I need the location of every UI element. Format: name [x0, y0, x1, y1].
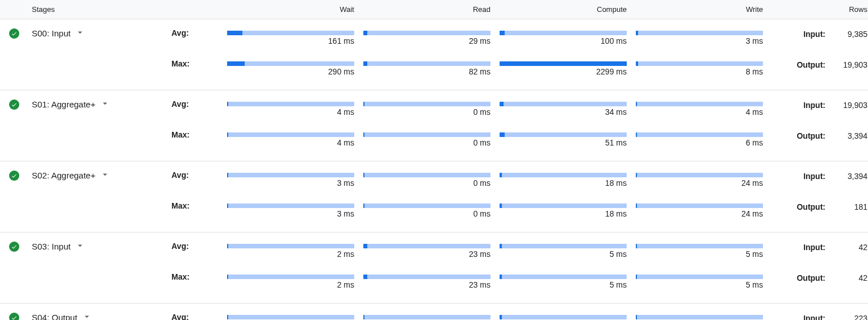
col-rows[interactable]: Rows — [829, 5, 868, 14]
stage-label: S04: Output — [32, 313, 77, 320]
metric-bar: 0 ms — [363, 129, 500, 147]
bar-track — [363, 31, 490, 35]
stage-toggle[interactable]: S00: Input — [28, 27, 170, 39]
output-label: Output: — [772, 271, 829, 282]
metric-bar: 4 ms — [227, 311, 363, 320]
stage-toggle[interactable]: S04: Output — [28, 311, 170, 320]
stage-toggle[interactable]: S02: Aggregate+ — [28, 169, 170, 181]
bar-value: 5 ms — [636, 280, 763, 289]
input-label: Input: — [772, 98, 829, 110]
stage-label: S00: Input — [32, 28, 70, 38]
max-label: Max: — [170, 129, 227, 139]
metric-bar: 5 ms — [500, 271, 636, 289]
col-wait[interactable]: Wait — [227, 5, 363, 14]
bar-value: 0 ms — [363, 107, 490, 117]
bar-track — [363, 244, 490, 248]
bar-track — [636, 173, 763, 177]
col-compute[interactable]: Compute — [500, 5, 636, 14]
bar-value: 51 ms — [500, 138, 627, 147]
metric-bar: 5 ms — [636, 271, 772, 289]
metric-bar: 8 ms — [636, 58, 772, 76]
bar-value: 5 ms — [500, 250, 627, 259]
bar-track — [636, 275, 763, 279]
col-write[interactable]: Write — [636, 5, 772, 14]
stage-label: S03: Input — [32, 242, 70, 251]
input-label: Input: — [772, 311, 829, 320]
stage-row: S00: InputAvg:161 ms29 ms100 ms3 msInput… — [0, 19, 868, 90]
bar-track — [636, 244, 763, 248]
bar-track — [636, 31, 763, 35]
metric-bar: 0 ms — [363, 200, 500, 218]
bar-value: 23 ms — [363, 280, 490, 289]
bar-value: 2 ms — [227, 280, 354, 289]
bar-value: 290 ms — [227, 67, 354, 76]
check-icon — [9, 28, 19, 39]
bar-value: 3 ms — [227, 209, 354, 218]
bar-track — [500, 275, 627, 279]
bar-value: 4 ms — [227, 107, 354, 117]
metric-bar: 290 ms — [227, 58, 363, 76]
col-stages[interactable]: Stages — [28, 5, 170, 14]
bar-track — [363, 132, 490, 137]
metric-bar: 18 ms — [500, 200, 636, 218]
stage-label: S01: Aggregate+ — [32, 99, 95, 109]
bar-track — [500, 102, 627, 106]
input-value: 42 — [829, 240, 868, 252]
metric-bar: 23 ms — [363, 240, 500, 259]
metric-bar: 4 ms — [636, 98, 772, 117]
metric-bar: 51 ms — [500, 129, 636, 147]
output-label: Output: — [772, 200, 829, 211]
metric-bar: 23 ms — [363, 271, 500, 289]
bar-track — [227, 203, 354, 208]
bar-track — [636, 61, 763, 66]
bar-value: 3 ms — [636, 36, 763, 45]
bar-track — [500, 203, 627, 208]
avg-label: Avg: — [170, 27, 227, 38]
metric-bar: 161 ms — [227, 27, 363, 45]
stages-table: Stages Wait Read Compute Write Rows S00:… — [0, 0, 868, 320]
bar-track — [636, 315, 763, 319]
metric-bar: 11 ms — [636, 311, 772, 320]
input-value: 9,385 — [829, 27, 868, 39]
chevron-down-icon — [75, 27, 85, 39]
bar-value: 2 ms — [227, 250, 354, 259]
stage-row: S03: InputAvg:2 ms23 ms5 ms5 msInput:42M… — [0, 232, 868, 304]
bar-value: 29 ms — [363, 36, 490, 45]
table-header: Stages Wait Read Compute Write Rows — [0, 0, 868, 19]
bar-value: 161 ms — [227, 36, 354, 45]
chevron-down-icon — [75, 240, 85, 252]
output-label: Output: — [772, 129, 829, 140]
stage-toggle[interactable]: S03: Input — [28, 240, 170, 252]
bar-value: 24 ms — [636, 209, 763, 218]
bar-track — [227, 31, 354, 35]
bar-track — [227, 173, 354, 177]
bar-track — [363, 315, 490, 319]
bar-value: 34 ms — [500, 107, 627, 117]
metric-bar: 2 ms — [227, 240, 363, 259]
input-label: Input: — [772, 169, 829, 181]
bar-value: 4 ms — [636, 107, 763, 117]
bar-track — [500, 61, 627, 66]
metric-bar: 3 ms — [227, 200, 363, 218]
input-label: Input: — [772, 240, 829, 252]
status-cell — [0, 169, 28, 181]
metric-bar: 20 ms — [500, 311, 636, 320]
avg-label: Avg: — [170, 240, 227, 251]
bar-track — [227, 61, 354, 66]
status-cell — [0, 98, 28, 110]
input-value: 3,394 — [829, 169, 868, 181]
check-icon — [9, 171, 19, 181]
avg-label: Avg: — [170, 169, 227, 180]
metric-bar: 5 ms — [500, 240, 636, 259]
input-value: 19,903 — [829, 98, 868, 110]
stage-row: S02: Aggregate+Avg:3 ms0 ms18 ms24 msInp… — [0, 161, 868, 232]
metric-bar: 100 ms — [500, 27, 636, 45]
col-read[interactable]: Read — [363, 5, 500, 14]
avg-label: Avg: — [170, 98, 227, 109]
metric-bar: 82 ms — [363, 58, 500, 76]
bar-value: 5 ms — [636, 250, 763, 259]
bar-track — [500, 31, 627, 35]
stage-toggle[interactable]: S01: Aggregate+ — [28, 98, 170, 110]
stage-row: S04: OutputAvg:4 ms0 ms20 ms11 msInput:2… — [0, 304, 868, 320]
bar-track — [636, 132, 763, 137]
